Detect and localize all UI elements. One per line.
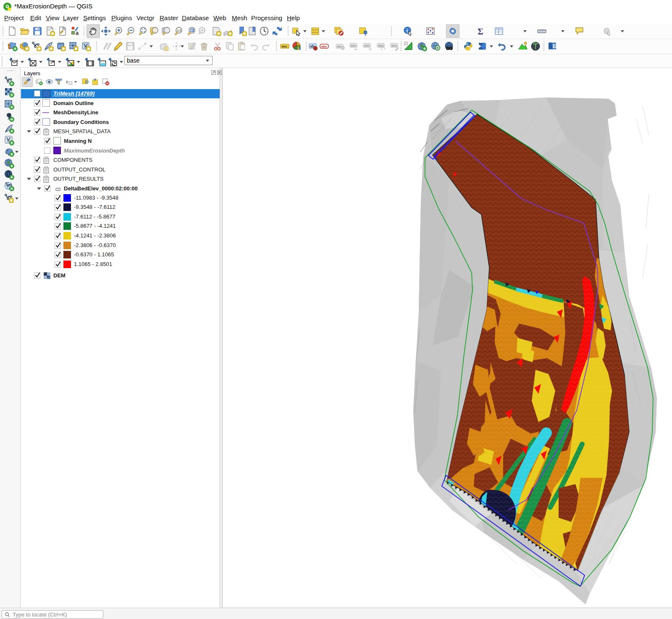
svg-text:?: ? [554,44,556,48]
svg-text:abc: abc [364,44,370,47]
svg-text:ab: ab [337,45,341,48]
svg-text:abc: abc [282,45,288,48]
svg-text:Σ: Σ [478,26,483,36]
svg-text:1:1: 1:1 [177,29,181,32]
svg-text:abc: abc [321,45,327,48]
svg-text:ε: ε [66,79,68,84]
svg-text:abc: abc [391,44,397,47]
svg-text:abc: abc [351,44,357,47]
